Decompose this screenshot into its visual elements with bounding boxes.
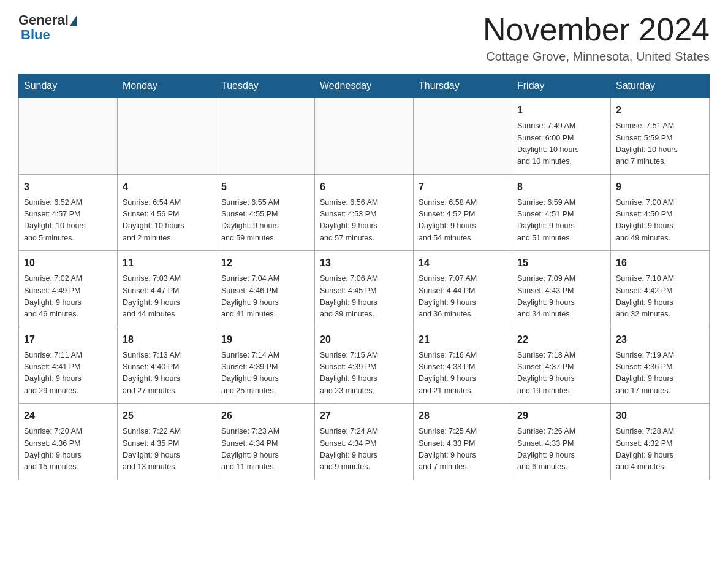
title-block: November 2024 Cottage Grove, Minnesota, …	[483, 12, 710, 64]
logo-general-text: General	[18, 12, 69, 28]
table-cell	[414, 98, 512, 175]
col-friday: Friday	[512, 74, 611, 98]
day-number: 29	[517, 408, 605, 423]
day-number: 16	[616, 256, 704, 270]
table-cell: 13Sunrise: 7:06 AM Sunset: 4:45 PM Dayli…	[315, 251, 414, 327]
day-number: 9	[616, 180, 704, 194]
day-number: 21	[419, 332, 507, 347]
table-cell: 5Sunrise: 6:55 AM Sunset: 4:55 PM Daylig…	[216, 174, 315, 251]
table-cell: 16Sunrise: 7:10 AM Sunset: 4:42 PM Dayli…	[611, 251, 710, 327]
table-cell	[19, 98, 118, 175]
day-info: Sunrise: 7:03 AM Sunset: 4:47 PM Dayligh…	[123, 273, 211, 321]
day-number: 30	[616, 408, 704, 423]
day-info: Sunrise: 6:55 AM Sunset: 4:55 PM Dayligh…	[221, 197, 309, 245]
day-number: 7	[419, 180, 507, 194]
day-info: Sunrise: 7:25 AM Sunset: 4:33 PM Dayligh…	[419, 426, 507, 473]
day-number: 25	[123, 408, 211, 423]
day-number: 28	[419, 408, 507, 423]
day-info: Sunrise: 7:04 AM Sunset: 4:46 PM Dayligh…	[221, 273, 309, 321]
day-number: 19	[221, 332, 309, 347]
calendar-header-row: Sunday Monday Tuesday Wednesday Thursday…	[19, 74, 710, 98]
table-cell: 25Sunrise: 7:22 AM Sunset: 4:35 PM Dayli…	[118, 404, 216, 480]
logo: General Blue	[18, 12, 78, 43]
day-info: Sunrise: 7:10 AM Sunset: 4:42 PM Dayligh…	[616, 273, 704, 321]
week-row-2: 3Sunrise: 6:52 AM Sunset: 4:57 PM Daylig…	[19, 174, 710, 251]
table-cell: 7Sunrise: 6:58 AM Sunset: 4:52 PM Daylig…	[414, 174, 512, 251]
day-info: Sunrise: 6:59 AM Sunset: 4:51 PM Dayligh…	[517, 197, 605, 245]
day-number: 18	[123, 332, 211, 347]
day-number: 8	[517, 180, 605, 194]
col-tuesday: Tuesday	[216, 74, 315, 98]
col-thursday: Thursday	[414, 74, 512, 98]
day-info: Sunrise: 6:52 AM Sunset: 4:57 PM Dayligh…	[24, 197, 112, 245]
day-info: Sunrise: 7:19 AM Sunset: 4:36 PM Dayligh…	[616, 350, 704, 397]
day-info: Sunrise: 7:16 AM Sunset: 4:38 PM Dayligh…	[419, 350, 507, 397]
week-row-4: 17Sunrise: 7:11 AM Sunset: 4:41 PM Dayli…	[19, 327, 710, 404]
table-cell: 12Sunrise: 7:04 AM Sunset: 4:46 PM Dayli…	[216, 251, 315, 327]
table-cell: 1Sunrise: 7:49 AM Sunset: 6:00 PM Daylig…	[512, 98, 611, 175]
day-info: Sunrise: 7:09 AM Sunset: 4:43 PM Dayligh…	[517, 273, 605, 321]
day-info: Sunrise: 6:58 AM Sunset: 4:52 PM Dayligh…	[419, 197, 507, 245]
table-cell	[216, 98, 315, 175]
day-info: Sunrise: 7:00 AM Sunset: 4:50 PM Dayligh…	[616, 197, 704, 245]
day-number: 15	[517, 256, 605, 270]
table-cell: 2Sunrise: 7:51 AM Sunset: 5:59 PM Daylig…	[611, 98, 710, 175]
day-number: 12	[221, 256, 309, 270]
day-info: Sunrise: 7:23 AM Sunset: 4:34 PM Dayligh…	[221, 426, 309, 473]
day-info: Sunrise: 6:56 AM Sunset: 4:53 PM Dayligh…	[320, 197, 408, 245]
table-cell: 20Sunrise: 7:15 AM Sunset: 4:39 PM Dayli…	[315, 327, 414, 404]
table-cell: 4Sunrise: 6:54 AM Sunset: 4:56 PM Daylig…	[118, 174, 216, 251]
table-cell: 14Sunrise: 7:07 AM Sunset: 4:44 PM Dayli…	[414, 251, 512, 327]
table-cell: 6Sunrise: 6:56 AM Sunset: 4:53 PM Daylig…	[315, 174, 414, 251]
day-info: Sunrise: 7:22 AM Sunset: 4:35 PM Dayligh…	[123, 426, 211, 473]
col-saturday: Saturday	[611, 74, 710, 98]
table-cell: 30Sunrise: 7:28 AM Sunset: 4:32 PM Dayli…	[611, 404, 710, 480]
day-info: Sunrise: 7:20 AM Sunset: 4:36 PM Dayligh…	[24, 426, 112, 473]
day-info: Sunrise: 7:07 AM Sunset: 4:44 PM Dayligh…	[419, 273, 507, 321]
table-cell: 18Sunrise: 7:13 AM Sunset: 4:40 PM Dayli…	[118, 327, 216, 404]
day-info: Sunrise: 7:26 AM Sunset: 4:33 PM Dayligh…	[517, 426, 605, 473]
table-cell: 9Sunrise: 7:00 AM Sunset: 4:50 PM Daylig…	[611, 174, 710, 251]
day-info: Sunrise: 6:54 AM Sunset: 4:56 PM Dayligh…	[123, 197, 211, 245]
day-info: Sunrise: 7:15 AM Sunset: 4:39 PM Dayligh…	[320, 350, 408, 397]
day-number: 22	[517, 332, 605, 347]
day-info: Sunrise: 7:24 AM Sunset: 4:34 PM Dayligh…	[320, 426, 408, 473]
day-number: 24	[24, 408, 112, 423]
day-number: 5	[221, 180, 309, 194]
table-cell: 23Sunrise: 7:19 AM Sunset: 4:36 PM Dayli…	[611, 327, 710, 404]
day-number: 10	[24, 256, 112, 270]
table-cell: 3Sunrise: 6:52 AM Sunset: 4:57 PM Daylig…	[19, 174, 118, 251]
table-cell: 27Sunrise: 7:24 AM Sunset: 4:34 PM Dayli…	[315, 404, 414, 480]
day-info: Sunrise: 7:51 AM Sunset: 5:59 PM Dayligh…	[616, 120, 704, 168]
day-number: 3	[24, 180, 112, 194]
day-number: 11	[123, 256, 211, 270]
day-info: Sunrise: 7:02 AM Sunset: 4:49 PM Dayligh…	[24, 273, 112, 321]
table-cell: 22Sunrise: 7:18 AM Sunset: 4:37 PM Dayli…	[512, 327, 611, 404]
day-number: 26	[221, 408, 309, 423]
page-header: General Blue November 2024 Cottage Grove…	[18, 12, 710, 64]
day-number: 14	[419, 256, 507, 270]
day-info: Sunrise: 7:28 AM Sunset: 4:32 PM Dayligh…	[616, 426, 704, 473]
week-row-5: 24Sunrise: 7:20 AM Sunset: 4:36 PM Dayli…	[19, 404, 710, 480]
table-cell: 17Sunrise: 7:11 AM Sunset: 4:41 PM Dayli…	[19, 327, 118, 404]
day-number: 4	[123, 180, 211, 194]
table-cell: 24Sunrise: 7:20 AM Sunset: 4:36 PM Dayli…	[19, 404, 118, 480]
location-subtitle: Cottage Grove, Minnesota, United States	[483, 50, 710, 64]
table-cell: 10Sunrise: 7:02 AM Sunset: 4:49 PM Dayli…	[19, 251, 118, 327]
week-row-3: 10Sunrise: 7:02 AM Sunset: 4:49 PM Dayli…	[19, 251, 710, 327]
week-row-1: 1Sunrise: 7:49 AM Sunset: 6:00 PM Daylig…	[19, 98, 710, 175]
day-number: 2	[616, 103, 704, 118]
day-info: Sunrise: 7:14 AM Sunset: 4:39 PM Dayligh…	[221, 350, 309, 397]
logo-triangle-icon	[70, 15, 77, 26]
table-cell: 15Sunrise: 7:09 AM Sunset: 4:43 PM Dayli…	[512, 251, 611, 327]
col-wednesday: Wednesday	[315, 74, 414, 98]
day-info: Sunrise: 7:49 AM Sunset: 6:00 PM Dayligh…	[517, 120, 605, 168]
table-cell: 28Sunrise: 7:25 AM Sunset: 4:33 PM Dayli…	[414, 404, 512, 480]
day-number: 27	[320, 408, 408, 423]
table-cell: 21Sunrise: 7:16 AM Sunset: 4:38 PM Dayli…	[414, 327, 512, 404]
day-number: 23	[616, 332, 704, 347]
table-cell	[118, 98, 216, 175]
day-number: 13	[320, 256, 408, 270]
table-cell	[315, 98, 414, 175]
day-number: 6	[320, 180, 408, 194]
